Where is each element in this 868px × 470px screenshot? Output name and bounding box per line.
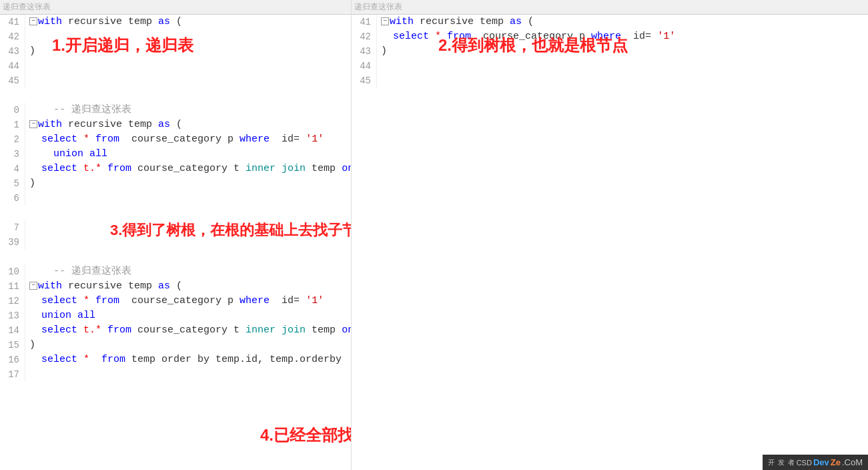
right-top-bar-text: 递归查这张表 <box>354 1 402 13</box>
line-number: 12 <box>0 294 25 308</box>
line-number: 41 <box>352 15 377 29</box>
code-line: 16 select * from temp order by temp.id, … <box>0 352 351 367</box>
code-line: 45 <box>0 73 351 88</box>
watermark: 开 发 者 CSD Dev Ze .CoM <box>763 455 868 470</box>
code-line <box>0 88 351 103</box>
line-number: 7 <box>0 220 25 235</box>
code-line: 39 <box>0 235 351 250</box>
line-number: 43 <box>352 44 377 59</box>
line-number: 42 <box>0 29 25 44</box>
line-number: 16 <box>0 352 25 367</box>
line-content: ) <box>29 176 351 191</box>
line-number: 0 <box>0 103 25 118</box>
left-code-area: 41−with recursive temp as (42 43)44450 -… <box>0 15 351 382</box>
line-number: 42 <box>352 29 377 44</box>
code-line: 5) <box>0 176 351 191</box>
collapse-icon[interactable]: − <box>29 120 37 128</box>
line-number: 14 <box>0 323 25 338</box>
line-content: −with recursive temp as ( <box>29 279 351 294</box>
line-number: 45 <box>0 73 25 88</box>
line-number: 17 <box>0 367 25 382</box>
line-number: 10 <box>0 264 25 279</box>
code-line: 4 select t.* from course_category t inne… <box>0 162 351 176</box>
line-content: -- 递归查这张表 <box>29 264 351 279</box>
line-content <box>29 29 351 44</box>
line-number: 44 <box>352 59 377 73</box>
collapse-icon[interactable]: − <box>381 17 389 25</box>
line-number: 3 <box>0 147 25 162</box>
code-line: 17 <box>0 367 351 382</box>
watermark-com: .CoM <box>842 457 863 467</box>
code-line: 1−with recursive temp as ( <box>0 118 351 132</box>
right-code-area: 41−with recursive temp as (42 select * f… <box>352 15 868 88</box>
right-top-bar: 递归查这张表 <box>352 0 868 15</box>
line-number: 4 <box>0 162 25 176</box>
code-line: 44 <box>352 59 868 73</box>
code-line: 10 -- 递归查这张表 <box>0 264 351 279</box>
line-content: ) <box>29 338 351 352</box>
annotation-4: 4.已经全部找完啦 <box>260 425 352 446</box>
line-content: union all <box>29 308 351 323</box>
watermark-dev: Dev <box>813 457 829 467</box>
code-line: 6 <box>0 191 351 206</box>
code-line: 44 <box>0 59 351 73</box>
code-line: 15) <box>0 338 351 352</box>
code-line: 0 -- 递归查这张表 <box>0 103 351 118</box>
collapse-icon[interactable]: − <box>29 282 37 290</box>
line-content: select t.* from course_category t inner … <box>29 162 352 176</box>
line-content: select t.* from course_category t inner … <box>29 323 352 338</box>
line-number: 11 <box>0 279 25 294</box>
line-content: select * from course_category p where id… <box>29 294 351 308</box>
left-panel: 递归查这张表 41−with recursive temp as (42 43)… <box>0 0 352 470</box>
line-number: 45 <box>352 73 377 88</box>
line-content: select * from course_category p where id… <box>381 29 868 44</box>
code-line <box>0 250 351 264</box>
code-line: 41−with recursive temp as ( <box>352 15 868 29</box>
code-line: 42 select * from course_category p where… <box>352 29 868 44</box>
left-top-bar: 递归查这张表 <box>0 0 351 15</box>
line-number: 6 <box>0 191 25 206</box>
line-number: 2 <box>0 132 25 147</box>
code-line: 7 <box>0 220 351 235</box>
code-line: 3 union all <box>0 147 351 162</box>
line-content: ) <box>381 44 868 59</box>
code-line: 11−with recursive temp as ( <box>0 279 351 294</box>
code-line <box>0 206 351 220</box>
line-number: 43 <box>0 44 25 59</box>
code-line: 12 select * from course_category p where… <box>0 294 351 308</box>
code-line: 14 select t.* from course_category t inn… <box>0 323 351 338</box>
line-content: −with recursive temp as ( <box>29 118 351 132</box>
code-line: 43) <box>352 44 868 59</box>
line-content: union all <box>29 147 351 162</box>
editor-container: 递归查这张表 41−with recursive temp as (42 43)… <box>0 0 868 470</box>
line-content: −with recursive temp as ( <box>381 15 868 29</box>
line-content: -- 递归查这张表 <box>29 103 351 118</box>
line-number: 5 <box>0 176 25 191</box>
line-content: select * from course_category p where id… <box>29 132 351 147</box>
code-line: 13 union all <box>0 308 351 323</box>
code-line: 42 <box>0 29 351 44</box>
line-content: ) <box>29 44 351 59</box>
line-content: select * from temp order by temp.id, tem… <box>29 352 351 367</box>
code-line: 41−with recursive temp as ( <box>0 15 351 29</box>
watermark-ze: Ze <box>831 457 841 467</box>
right-panel: 递归查这张表 41−with recursive temp as (42 sel… <box>352 0 868 470</box>
left-top-bar-text: 递归查这张表 <box>3 1 51 13</box>
line-number: 13 <box>0 308 25 323</box>
line-number: 44 <box>0 59 25 73</box>
code-line: 45 <box>352 73 868 88</box>
line-number: 15 <box>0 338 25 352</box>
line-number: 39 <box>0 235 25 250</box>
watermark-kai: 开 发 者 <box>768 458 795 467</box>
line-content: −with recursive temp as ( <box>29 15 351 29</box>
code-line: 43) <box>0 44 351 59</box>
code-line: 2 select * from course_category p where … <box>0 132 351 147</box>
watermark-csd: CSD <box>797 459 812 467</box>
collapse-icon[interactable]: − <box>29 17 37 25</box>
line-number: 1 <box>0 118 25 132</box>
line-number: 41 <box>0 15 25 29</box>
